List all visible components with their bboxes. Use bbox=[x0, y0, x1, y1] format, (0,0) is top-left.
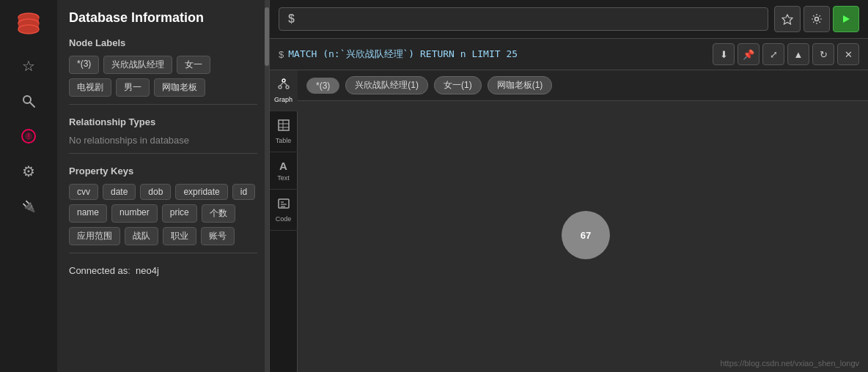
sidebar-item-search[interactable] bbox=[12, 85, 45, 117]
tab-code[interactable]: Code bbox=[270, 190, 298, 231]
node-label-tag[interactable]: 网咖老板 bbox=[154, 78, 205, 97]
run-query-button[interactable] bbox=[833, 6, 859, 32]
node-label-tag[interactable]: 女一 bbox=[177, 56, 210, 74]
svg-point-13 bbox=[282, 79, 285, 82]
property-key-tag[interactable]: price bbox=[162, 204, 197, 223]
node-tab-2[interactable]: 女一(1) bbox=[434, 76, 482, 94]
svg-point-14 bbox=[279, 86, 282, 89]
node-label-tag[interactable]: 兴欣战队经理 bbox=[103, 56, 172, 74]
graph-tab-icon bbox=[277, 78, 290, 94]
property-key-tag[interactable]: cvv bbox=[69, 184, 98, 200]
scroll-up-button[interactable]: ▲ bbox=[787, 43, 809, 65]
property-key-tag[interactable]: 账号 bbox=[201, 227, 235, 245]
property-key-tag[interactable]: expridate bbox=[175, 184, 227, 200]
graph-node-main[interactable]: 67 bbox=[562, 211, 610, 259]
property-key-tag[interactable]: dob bbox=[140, 184, 171, 200]
property-key-tag[interactable]: number bbox=[111, 204, 158, 223]
node-tab-3[interactable]: 网咖老板(1) bbox=[488, 76, 553, 94]
relationship-types-title: Relationship Types bbox=[69, 116, 257, 127]
node-tab-all[interactable]: *(3) bbox=[306, 78, 339, 94]
divider-2 bbox=[69, 153, 257, 154]
results-query: MATCH (n:`兴欣战队经理`) RETURN n LIMIT 25 bbox=[288, 48, 518, 61]
results-bar: $ MATCH (n:`兴欣战队经理`) RETURN n LIMIT 25 ⬇… bbox=[270, 39, 868, 70]
node-label-tag[interactable]: 电视剧 bbox=[69, 78, 111, 97]
property-key-tag[interactable]: id bbox=[232, 184, 255, 200]
node-labels-group: *(3) 兴欣战队经理 女一 电视剧 男一 网咖老板 bbox=[69, 56, 257, 97]
tab-table[interactable]: Table bbox=[270, 111, 298, 152]
connected-as-label: Connected as bbox=[69, 265, 128, 276]
node-label-tag[interactable]: 男一 bbox=[116, 78, 150, 97]
connected-as-section: Connected as: neo4j bbox=[69, 265, 257, 276]
query-dollar-sign: $ bbox=[288, 12, 295, 26]
tab-graph-label: Graph bbox=[274, 96, 293, 103]
tab-text-label: Text bbox=[277, 174, 290, 182]
graph-area: *(3) 兴欣战队经理(1) 女一(1) 网咖老板(1) 67 https://… bbox=[298, 70, 868, 372]
graph-canvas: 67 bbox=[298, 101, 868, 371]
graph-node-count: 67 bbox=[581, 230, 591, 241]
no-relationships-text: No relationships in database bbox=[69, 135, 257, 146]
sidebar-item-settings[interactable]: ⚙ bbox=[12, 155, 45, 187]
property-key-tag[interactable]: name bbox=[69, 204, 107, 223]
footer-url: https://blog.csdn.net/vxiao_shen_longv bbox=[720, 359, 859, 368]
node-tab-1[interactable]: 兴欣战队经理(1) bbox=[345, 76, 428, 94]
icon-bar: ☆ ! ⚙ 🔌 bbox=[0, 0, 57, 372]
svg-marker-12 bbox=[843, 15, 850, 23]
expand-button[interactable]: ⤢ bbox=[762, 43, 784, 65]
query-actions bbox=[774, 6, 859, 32]
sidebar-item-star[interactable]: ☆ bbox=[12, 50, 45, 82]
connected-as-value: neo4j bbox=[136, 265, 159, 276]
tab-table-label: Table bbox=[276, 137, 292, 144]
property-key-tag[interactable]: 应用范围 bbox=[69, 227, 120, 245]
table-tab-icon bbox=[277, 119, 290, 135]
divider-1 bbox=[69, 104, 257, 105]
favorite-button[interactable] bbox=[774, 6, 801, 32]
close-result-button[interactable]: ✕ bbox=[837, 43, 859, 65]
property-keys-group: cvv date dob expridate id name number pr… bbox=[69, 184, 257, 245]
property-key-tag[interactable]: 个数 bbox=[202, 204, 235, 223]
svg-point-15 bbox=[286, 86, 289, 89]
svg-text:!: ! bbox=[27, 132, 29, 141]
settings-query-button[interactable] bbox=[803, 6, 830, 32]
sidebar-scrollbar[interactable] bbox=[265, 0, 269, 372]
divider-3 bbox=[69, 253, 257, 253]
node-label-tag[interactable]: *(3) bbox=[69, 56, 99, 74]
tab-graph[interactable]: Graph bbox=[270, 70, 298, 111]
tab-code-label: Code bbox=[276, 215, 292, 223]
query-input[interactable] bbox=[301, 13, 759, 25]
sidebar-item-plugin[interactable]: 🔌 bbox=[12, 190, 45, 223]
property-keys-title: Property Keys bbox=[69, 165, 257, 176]
results-actions: ⬇ 📌 ⤢ ▲ ↻ ✕ bbox=[713, 43, 859, 65]
app-logo bbox=[12, 7, 45, 40]
refresh-button[interactable]: ↻ bbox=[812, 43, 834, 65]
result-area: Graph Table A Text bbox=[270, 70, 868, 372]
property-key-tag[interactable]: 职业 bbox=[163, 227, 196, 245]
svg-line-6 bbox=[30, 103, 34, 107]
results-dollar: $ bbox=[279, 49, 284, 60]
db-info-title: Database Information bbox=[69, 10, 257, 26]
database-info-sidebar: Database Information Node Labels *(3) 兴欣… bbox=[57, 0, 270, 372]
main-content: $ $ MA bbox=[270, 0, 868, 372]
tab-text[interactable]: A Text bbox=[270, 152, 298, 190]
property-key-tag[interactable]: date bbox=[103, 184, 136, 200]
svg-rect-18 bbox=[279, 120, 289, 130]
node-filter-tabs: *(3) 兴欣战队经理(1) 女一(1) 网咖老板(1) bbox=[298, 70, 868, 101]
text-tab-icon: A bbox=[279, 160, 287, 172]
svg-line-16 bbox=[280, 82, 284, 86]
svg-marker-10 bbox=[782, 15, 792, 24]
svg-point-4 bbox=[18, 25, 39, 34]
svg-line-17 bbox=[284, 82, 287, 86]
code-tab-icon bbox=[277, 197, 290, 213]
query-bar: $ bbox=[270, 0, 868, 39]
query-input-wrapper: $ bbox=[279, 7, 768, 31]
view-tabs: Graph Table A Text bbox=[270, 70, 298, 372]
content-area: $ MATCH (n:`兴欣战队经理`) RETURN n LIMIT 25 ⬇… bbox=[270, 39, 868, 372]
property-key-tag[interactable]: 战队 bbox=[125, 227, 158, 245]
sidebar-scrollbar-thumb[interactable] bbox=[265, 7, 269, 66]
sidebar-item-error[interactable]: ! bbox=[12, 120, 45, 152]
download-button[interactable]: ⬇ bbox=[713, 43, 735, 65]
svg-point-11 bbox=[815, 18, 819, 21]
pin-button[interactable]: 📌 bbox=[738, 43, 760, 65]
node-labels-title: Node Labels bbox=[69, 37, 257, 48]
